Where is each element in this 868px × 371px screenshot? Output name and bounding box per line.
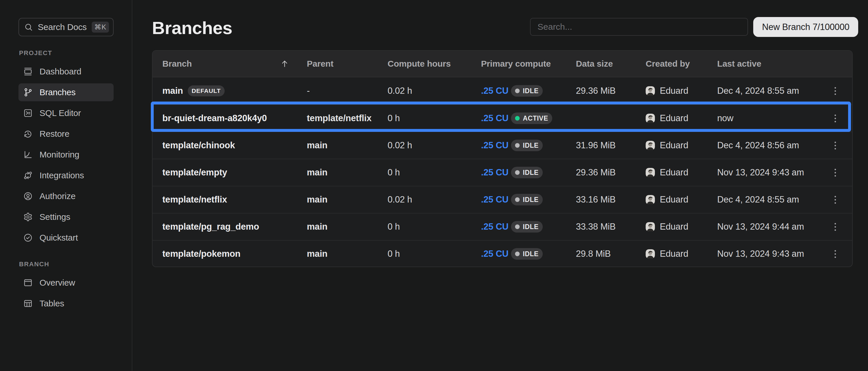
search-docs-button[interactable]: Search Docs ⌘K	[19, 18, 114, 36]
status-label: IDLE	[523, 169, 539, 177]
row-menu-button[interactable]	[829, 159, 841, 186]
row-menu-button[interactable]	[829, 186, 841, 213]
column-header-parent[interactable]: Parent	[307, 51, 333, 77]
status-dot-icon	[515, 252, 520, 256]
status-badge: IDLE	[511, 85, 543, 97]
primary-compute-cell[interactable]: .25 CU	[481, 214, 508, 240]
table-row[interactable]: template/pg_rag_demo main 0 h .25 CU IDL…	[153, 213, 852, 240]
row-menu-button[interactable]	[829, 77, 841, 104]
sidebar-item-label: Overview	[39, 278, 75, 288]
column-header-branch[interactable]: Branch	[162, 51, 192, 77]
primary-compute-cell[interactable]: .25 CU	[481, 77, 508, 104]
sidebar-section-label-branch: BRANCH	[19, 260, 49, 268]
avatar	[646, 195, 655, 204]
sidebar-item-tables[interactable]: Tables	[19, 295, 114, 312]
status-label: IDLE	[523, 87, 539, 95]
status-label: IDLE	[523, 250, 539, 258]
column-header-primary-compute[interactable]: Primary compute	[481, 51, 551, 77]
branch-name: template/pg_rag_demo	[162, 222, 259, 232]
sidebar-item-monitoring[interactable]: Monitoring	[19, 146, 114, 163]
branches-search-input[interactable]	[530, 18, 748, 36]
column-header-data-size[interactable]: Data size	[576, 51, 613, 77]
data-size-cell: 31.96 MiB	[576, 132, 616, 159]
branch-name: template/empty	[162, 167, 227, 178]
sidebar-item-overview[interactable]: Overview	[19, 274, 114, 292]
branch-name-cell: template/netflix	[162, 186, 227, 213]
table-row[interactable]: br-quiet-dream-a820k4y0 template/netflix…	[153, 104, 852, 131]
status-badge: IDLE	[511, 194, 543, 206]
created-by-cell: Eduard	[646, 186, 688, 213]
status-dot-icon	[515, 224, 520, 229]
sidebar-item-authorize[interactable]: Authorize	[19, 187, 114, 205]
primary-compute-cell[interactable]: .25 CU	[481, 159, 508, 186]
primary-compute-cell[interactable]: .25 CU	[481, 132, 508, 159]
data-size-cell: 33.16 MiB	[576, 186, 616, 213]
primary-compute-cell[interactable]: .25 CU	[481, 186, 508, 213]
column-header-last-active[interactable]: Last active	[717, 51, 761, 77]
search-docs-shortcut: ⌘K	[92, 22, 109, 33]
sidebar-item-quickstart[interactable]: Quickstart	[19, 229, 114, 247]
last-active-cell: Nov 13, 2024 9:43 am	[717, 159, 804, 186]
sidebar-item-dashboard[interactable]: Dashboard	[19, 63, 114, 81]
branch-name: main	[162, 86, 183, 96]
table-row[interactable]: template/empty main 0 h .25 CU IDLE 29.3…	[153, 159, 852, 186]
last-active-cell: Dec 4, 2024 8:56 am	[717, 132, 799, 159]
sidebar-item-integrations[interactable]: Integrations	[19, 166, 114, 184]
created-by-name: Eduard	[660, 194, 688, 205]
created-by-cell: Eduard	[646, 105, 688, 131]
sidebar-item-branches[interactable]: Branches	[19, 83, 114, 101]
last-active-cell: now	[717, 105, 733, 131]
last-active-cell: Dec 4, 2024 8:55 am	[717, 186, 799, 213]
default-badge: DEFAULT	[188, 85, 225, 96]
sidebar: Search Docs ⌘K PROJECT DashboardBranches…	[0, 0, 132, 371]
status-dot-icon	[515, 143, 520, 148]
status-dot-icon	[515, 170, 520, 175]
primary-compute-cell[interactable]: .25 CU	[481, 105, 508, 131]
monitoring-icon	[23, 150, 33, 159]
parent-cell: -	[307, 77, 310, 104]
sidebar-item-restore[interactable]: Restore	[19, 125, 114, 143]
table-row[interactable]: template/netflix main 0.02 h .25 CU IDLE…	[153, 186, 852, 213]
parent-cell: main	[307, 186, 328, 213]
search-icon	[24, 23, 33, 32]
quickstart-icon	[23, 233, 33, 243]
sidebar-item-label: Integrations	[39, 171, 84, 180]
status-badge: IDLE	[511, 221, 543, 233]
sidebar-item-label: SQL Editor	[39, 108, 81, 118]
parent-cell: main	[307, 214, 328, 240]
new-branch-button[interactable]: New Branch 7/100000	[753, 17, 858, 37]
table-row[interactable]: main DEFAULT - 0.02 h .25 CU IDLE 29.36 …	[153, 77, 852, 104]
data-size-cell: 29.36 MiB	[576, 77, 616, 104]
created-by-cell: Eduard	[646, 241, 688, 267]
row-menu-button[interactable]	[829, 241, 841, 267]
compute-hours-cell: 0.02 h	[388, 132, 412, 159]
created-by-cell: Eduard	[646, 214, 688, 240]
status-badge: IDLE	[511, 248, 543, 260]
last-active-cell: Nov 13, 2024 9:44 am	[717, 214, 804, 240]
integrations-icon	[23, 171, 33, 180]
sidebar-section-label-project: PROJECT	[19, 49, 52, 57]
table-row[interactable]: template/pokemon main 0 h .25 CU IDLE 29…	[153, 240, 852, 267]
authorize-icon	[23, 191, 33, 201]
tables-icon	[23, 299, 33, 308]
primary-compute-cell[interactable]: .25 CU	[481, 241, 508, 267]
sidebar-item-sql-editor[interactable]: SQL Editor	[19, 104, 114, 122]
parent-cell: template/netflix	[307, 105, 371, 131]
compute-hours-cell: 0.02 h	[388, 77, 412, 104]
sidebar-item-label: Dashboard	[39, 67, 81, 76]
avatar	[646, 222, 655, 231]
status-badge: IDLE	[511, 140, 543, 151]
column-header-compute-hours[interactable]: Compute hours	[388, 51, 451, 77]
parent-cell: main	[307, 241, 328, 267]
branch-name-cell: template/pokemon	[162, 241, 241, 267]
main-content: Branches New Branch 7/100000 BranchParen…	[133, 0, 868, 371]
sort-ascending-icon[interactable]	[280, 51, 289, 77]
created-by-name: Eduard	[660, 140, 688, 151]
sidebar-item-label: Authorize	[39, 191, 75, 201]
sidebar-item-settings[interactable]: Settings	[19, 208, 114, 226]
column-header-created-by[interactable]: Created by	[646, 51, 690, 77]
row-menu-button[interactable]	[829, 132, 841, 159]
row-menu-button[interactable]	[829, 214, 841, 240]
row-menu-button[interactable]	[829, 105, 841, 131]
table-row[interactable]: template/chinook main 0.02 h .25 CU IDLE…	[153, 131, 852, 159]
